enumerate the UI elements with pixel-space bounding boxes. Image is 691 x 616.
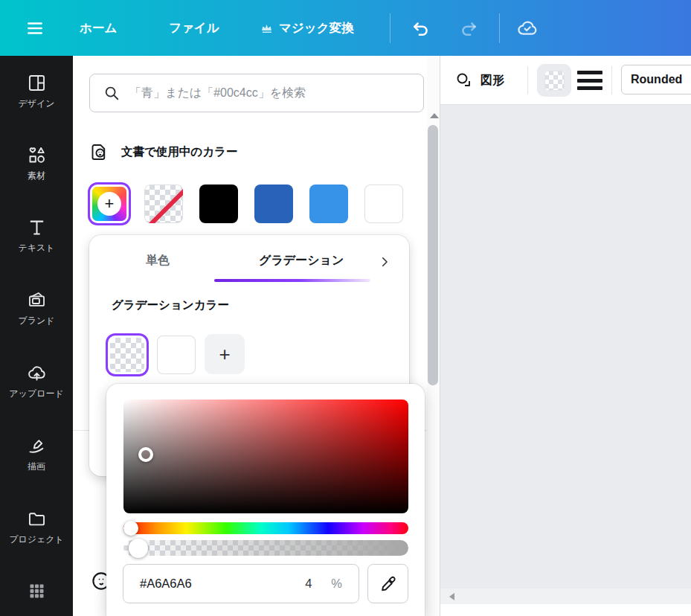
main-menu-button[interactable] — [25, 0, 45, 56]
corner-style-dropdown[interactable]: Rounded — [621, 65, 691, 94]
corner-style-value: Rounded — [631, 73, 682, 86]
scroll-left-arrow[interactable] — [449, 593, 454, 600]
header-divider — [390, 13, 391, 43]
opacity-slider[interactable] — [123, 540, 408, 556]
toolbar-divider — [611, 66, 612, 94]
cloud-sync-status[interactable] — [516, 0, 539, 56]
search-placeholder: 「青」または「#00c4cc」を検索 — [129, 86, 306, 101]
brand-icon — [27, 290, 47, 310]
hex-color-input[interactable]: #A6A6A6 4 % — [123, 564, 359, 603]
tab-gradient[interactable]: グラデーション — [259, 253, 344, 269]
dark-blue-swatch[interactable] — [254, 185, 293, 223]
transparent-fill-swatch — [544, 71, 565, 91]
sidebar-item-label: 描画 — [28, 461, 45, 473]
plus-icon: + — [105, 196, 115, 212]
search-icon — [103, 85, 120, 101]
elements-icon — [27, 145, 47, 165]
panel-scrollbar — [427, 56, 440, 616]
nav-file[interactable]: ファイル — [169, 0, 219, 56]
no-color-swatch[interactable] — [144, 185, 183, 223]
scrollbar-thumb[interactable] — [428, 125, 438, 385]
crown-icon — [260, 22, 273, 34]
sidebar-item-apps[interactable] — [0, 581, 73, 601]
eyedropper-icon — [379, 575, 397, 593]
canvas-horizontal-scrollbar[interactable] — [440, 588, 691, 604]
opacity-unit: % — [331, 577, 342, 591]
sidebar-item-brand[interactable]: ブランド — [0, 290, 73, 327]
section-title: 文書で使用中のカラー — [121, 144, 237, 160]
tab-gradient-label: グラデーション — [259, 254, 344, 266]
gradient-stop-white[interactable] — [157, 336, 196, 374]
hue-slider[interactable] — [123, 522, 408, 534]
eyedropper-button[interactable] — [367, 564, 408, 603]
design-icon — [27, 73, 47, 93]
nav-file-label: ファイル — [169, 20, 219, 36]
toolbar-divider — [527, 66, 528, 94]
opacity-value: 4 — [305, 577, 312, 591]
header-divider — [499, 13, 500, 43]
sidebar-item-uploads[interactable]: アップロード — [0, 363, 73, 400]
hex-value: #A6A6A6 — [140, 577, 305, 591]
canvas-region: 図形 Rounded — [440, 56, 691, 616]
add-gradient-stop-button[interactable]: + — [205, 334, 245, 374]
undo-icon — [411, 19, 431, 38]
left-sidebar: デザイン 素材 テキスト ブランド — [0, 56, 73, 616]
apps-grid-icon — [27, 581, 47, 601]
text-icon — [27, 217, 47, 237]
border-weight-button[interactable] — [577, 68, 602, 92]
scroll-up-arrow[interactable] — [430, 113, 439, 118]
draw-pen-icon — [27, 436, 47, 456]
white-swatch[interactable] — [364, 185, 403, 223]
shape-label: 図形 — [481, 73, 504, 89]
tab-solid-color[interactable]: 単色 — [146, 253, 170, 269]
sidebar-item-label: ブランド — [18, 315, 54, 327]
nav-home-label: ホーム — [80, 20, 117, 36]
saturation-handle[interactable] — [138, 447, 153, 462]
nav-magic-switch[interactable]: マジック変換 — [260, 0, 354, 56]
chevron-right-icon[interactable] — [378, 255, 391, 269]
saturation-value-area[interactable] — [123, 400, 408, 513]
redo-icon — [459, 19, 478, 38]
canvas-area[interactable] — [440, 105, 691, 588]
fill-color-button[interactable] — [537, 64, 571, 97]
color-search-input[interactable]: 「青」または「#00c4cc」を検索 — [89, 74, 424, 112]
document-colors-icon — [89, 142, 109, 162]
border-weight-icon — [577, 79, 602, 83]
sidebar-item-label: テキスト — [18, 242, 54, 254]
sidebar-item-text[interactable]: テキスト — [0, 217, 73, 254]
border-weight-icon — [577, 71, 602, 74]
opacity-handle[interactable] — [129, 539, 148, 558]
sidebar-item-design[interactable]: デザイン — [0, 73, 73, 110]
sidebar-item-elements[interactable]: 素材 — [0, 145, 73, 182]
gradient-stop-transparent[interactable] — [110, 338, 144, 372]
hamburger-icon — [25, 19, 45, 38]
cloud-check-icon — [516, 17, 539, 39]
canva-editor-window: ホーム ファイル マジック変換 — [0, 0, 691, 616]
border-weight-icon — [577, 86, 602, 90]
sidebar-item-projects[interactable]: プロジェクト — [0, 509, 73, 546]
plus-circle: + — [97, 192, 121, 216]
plus-icon: + — [219, 343, 230, 366]
undo-button[interactable] — [411, 0, 431, 56]
tab-solid-label: 単色 — [146, 254, 170, 266]
sidebar-item-label: プロジェクト — [9, 533, 64, 546]
nav-magic-label: マジック変換 — [279, 20, 354, 36]
shape-icon — [455, 71, 473, 89]
redo-button[interactable] — [459, 0, 478, 56]
shape-type-button[interactable]: 図形 — [449, 65, 510, 95]
add-gradient-color-swatch[interactable]: + — [92, 187, 126, 221]
shape-toolbar: 図形 Rounded — [440, 56, 691, 105]
top-header-bar: ホーム ファイル マジック変換 — [0, 0, 691, 56]
light-blue-swatch[interactable] — [309, 185, 348, 223]
nav-home[interactable]: ホーム — [80, 0, 117, 56]
folder-icon — [27, 509, 47, 529]
sidebar-item-label: 素材 — [28, 170, 45, 182]
hue-handle[interactable] — [123, 521, 138, 536]
sidebar-item-draw[interactable]: 描画 — [0, 436, 73, 473]
black-swatch[interactable] — [199, 185, 238, 223]
gradient-colors-heading: グラデーションカラー — [112, 298, 229, 313]
sidebar-item-label: アップロード — [9, 388, 63, 400]
document-colors-header: 文書で使用中のカラー — [89, 142, 237, 162]
active-tab-underline — [214, 279, 370, 282]
color-picker-popup: #A6A6A6 4 % — [106, 384, 425, 616]
